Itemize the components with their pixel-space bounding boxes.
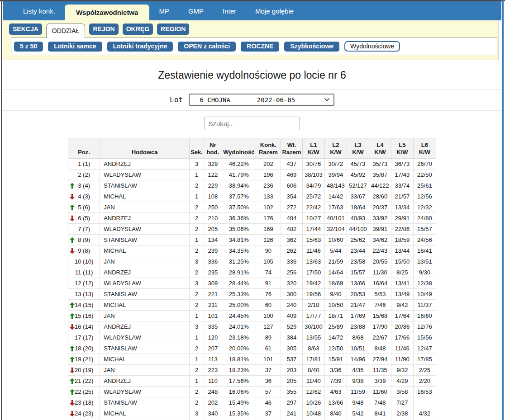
cell-l2: 15/91	[324, 354, 347, 365]
cell-konk-razem: 74	[256, 267, 281, 278]
cell-l3: 10/51	[347, 343, 369, 354]
cell-l5: 13/49	[391, 289, 413, 300]
cell-l6: 12/56	[413, 191, 436, 202]
cell-sek: 3	[190, 278, 204, 289]
poz-value: 8 (9)	[78, 236, 90, 243]
poz-value: 18 (20)	[75, 345, 93, 352]
cell-l2: 32/104	[324, 224, 347, 235]
trend-down-icon	[70, 400, 75, 406]
cell-l6: 12/47	[413, 343, 436, 354]
poz-value: 11 (11)	[75, 269, 93, 276]
poz-value: 3 (4)	[78, 182, 90, 189]
tab-oddzia[interactable]: ODDZIAŁ	[46, 24, 86, 38]
search-input[interactable]	[205, 117, 300, 130]
nav-item-gmp[interactable]: GMP	[179, 1, 213, 20]
cell-konk-razem: 46	[256, 397, 281, 408]
cell-l1: 10/27	[302, 213, 324, 224]
cell-l4: 22/43	[369, 245, 391, 256]
poz-value: 4 (3)	[78, 193, 90, 200]
cell-poz: 12 (12)	[68, 278, 100, 289]
trend-up-icon	[70, 378, 75, 384]
nav-item-moje-go-bie[interactable]: Moje gołębie	[246, 1, 303, 20]
cell-l1: 2/18	[302, 300, 324, 311]
cell-l2: 14/72	[324, 332, 347, 343]
cell-nr-hod: 335	[204, 321, 222, 332]
cell-l4: 15/68	[369, 311, 391, 321]
cell-wydolnosc: 28.44%	[222, 278, 256, 289]
cell-l1: 19/42	[302, 278, 324, 289]
cell-l3: 11/59	[347, 387, 369, 397]
cell-l5: 33/74	[391, 180, 413, 191]
poz-value: 20 (19)	[75, 367, 93, 373]
table-row: 24 (23)MICHAL334015.35%3724110/488/405/4…	[68, 408, 436, 419]
tab-okr-g[interactable]: OKRĘG	[123, 24, 153, 35]
cell-nr-hod: 122	[204, 170, 222, 180]
nav-item-inter[interactable]: Inter	[213, 1, 246, 20]
trend-up-icon	[70, 237, 75, 243]
chevron-down-icon	[324, 98, 330, 102]
cell-nr-hod: 239	[204, 245, 222, 256]
nav-item-listy-konk[interactable]: Listy konk.	[14, 1, 65, 20]
cell-l4: 39/91	[369, 224, 391, 235]
category-button-lotniki-tradycyjne[interactable]: Lotniki tradycyjne	[107, 42, 173, 52]
cell-l3: 40/93	[347, 213, 369, 224]
header-line: hod.	[205, 149, 221, 156]
cell-l4: 28/60	[369, 191, 391, 202]
cell-wl-razem: 537	[281, 354, 302, 365]
cell-sek: 3	[190, 321, 204, 332]
cell-l1: 34/79	[302, 180, 324, 191]
cell-wl-razem: 203	[281, 365, 302, 376]
cell-l4: 7/46	[369, 300, 391, 311]
cell-poz: 1 (1)	[68, 159, 100, 170]
cell-wydolnosc: 24.45%	[222, 311, 256, 321]
cell-l2: 18/69	[324, 278, 347, 289]
tab-rejon[interactable]: REJON	[89, 24, 118, 35]
cell-hodowca: MICHAL	[100, 354, 190, 365]
nav-item-mp[interactable]: MP	[149, 1, 179, 20]
cell-konk-razem: 90	[256, 245, 281, 256]
window-border-left	[1, 0, 2, 420]
cell-hodowca: JAN	[100, 365, 190, 376]
lot-select[interactable]: 6 CHOJNA 2022-06-05	[189, 94, 334, 106]
cell-wydolnosc: 25.33%	[222, 289, 256, 300]
tab-region[interactable]: REGION	[157, 24, 189, 35]
cell-wl-razem: 241	[281, 408, 302, 419]
cell-hodowca: STANISLAW	[100, 397, 190, 408]
header-line: Sek.	[191, 149, 203, 156]
cell-l6: 22/50	[413, 170, 436, 180]
cell-l6: 16/60	[413, 311, 436, 321]
trend-down-icon	[70, 367, 75, 373]
cell-l4: 22/67	[369, 332, 391, 343]
category-button-roczne[interactable]: ROCZNE	[241, 42, 279, 52]
cell-wl-razem: 409	[281, 311, 302, 321]
cell-sek: 1	[190, 376, 204, 387]
cell-hodowca: JAN	[100, 256, 190, 267]
trend-up-icon	[70, 302, 75, 308]
category-button-5-z-50[interactable]: 5 z 50	[14, 42, 43, 52]
header-line: L1	[304, 142, 324, 149]
category-button-lotniki-samce[interactable]: Lotniki samce	[48, 42, 102, 52]
cell-l5: 11/90	[391, 354, 413, 365]
header-line: K/W	[392, 149, 412, 156]
cell-l5: 36/73	[391, 159, 413, 170]
cell-l1: 17/50	[302, 267, 324, 278]
cell-konk-razem: 89	[256, 332, 281, 343]
cell-l1: 11/46	[302, 245, 324, 256]
cell-l3: 8/68	[347, 332, 369, 343]
header-line: Hodowca	[101, 149, 188, 156]
table-row: 1 (1)ANDRZEJ332946.22%20243730/7630/7245…	[68, 159, 436, 170]
category-button-szybko-ciowe[interactable]: Szybkościowe	[284, 42, 339, 52]
cell-l3: 33/67	[347, 191, 369, 202]
cell-l4: 35/87	[369, 170, 391, 180]
cell-l3: 13/66	[347, 278, 369, 289]
tab-sekcja[interactable]: SEKCJA	[9, 24, 42, 35]
cell-wl-razem: 272	[281, 202, 302, 213]
cell-wydolnosc: 24.01%	[222, 321, 256, 332]
category-button-wydolno-ciowe[interactable]: Wydolnościowe	[344, 41, 400, 52]
nav-item-wsp-zawodnictwa[interactable]: Współzawodnictwa	[65, 5, 150, 20]
cell-hodowca: STANISLAW	[100, 343, 190, 354]
category-button-open-z-ca-o-ci[interactable]: OPEN z całości	[178, 42, 236, 52]
cell-l2: 40/101	[324, 213, 347, 224]
trend-down-icon	[70, 411, 75, 416]
cell-nr-hod: 336	[204, 256, 222, 267]
